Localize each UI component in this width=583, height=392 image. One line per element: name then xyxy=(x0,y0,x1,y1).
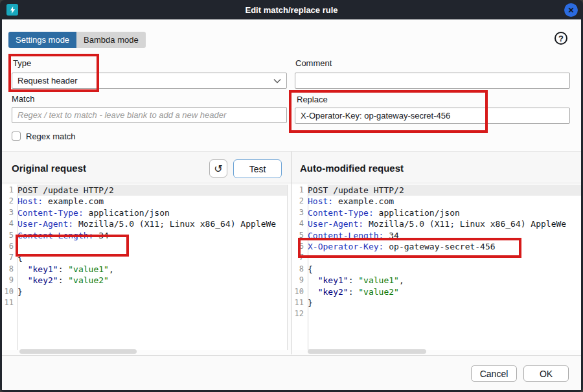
code-line: 4User-Agent: Mozilla/5.0 (X11; Linux x86… xyxy=(2,218,287,229)
code-text: Host: example.com xyxy=(17,196,287,207)
code-text: Content-Length: 34 xyxy=(17,230,287,241)
line-number: 5 xyxy=(2,230,17,241)
line-number: 6 xyxy=(2,241,17,252)
close-button[interactable]: ✕ xyxy=(564,3,578,17)
cancel-button[interactable]: Cancel xyxy=(471,365,517,382)
line-number: 7 xyxy=(292,252,308,263)
type-select[interactable]: Request header xyxy=(12,73,287,89)
ok-button[interactable]: OK xyxy=(523,365,569,382)
code-text: Content-Type: application/json xyxy=(308,207,581,218)
code-line: 6X-Operator-Key: op-gateway-secret-456 xyxy=(292,241,581,252)
code-text: } xyxy=(17,286,287,297)
code-line: 12 xyxy=(292,308,581,319)
regex-match-checkbox[interactable] xyxy=(12,132,21,141)
auto-modified-request-title: Auto-modified request xyxy=(300,163,404,174)
code-text: User-Agent: Mozilla/5.0 (X11; Linux x86_… xyxy=(17,218,287,229)
code-text: { xyxy=(308,264,581,275)
code-text: "key1": "value1", xyxy=(308,275,581,286)
line-number-separator xyxy=(308,185,308,350)
code-line: 5Content-Length: 34 xyxy=(2,230,287,241)
match-input[interactable] xyxy=(12,107,287,123)
dialog-title: Edit match/replace rule xyxy=(245,5,337,15)
replace-label: Replace xyxy=(297,95,328,104)
close-icon: ✕ xyxy=(567,6,574,15)
code-line: 11} xyxy=(292,297,581,308)
dialog-window: Edit match/replace rule ✕ Settings mode … xyxy=(0,0,583,392)
code-line: 7{ xyxy=(2,252,287,263)
line-number-separator xyxy=(17,185,18,350)
line-number: 11 xyxy=(2,297,17,308)
code-line: 11 xyxy=(2,297,287,308)
code-text xyxy=(17,241,287,252)
code-text: { xyxy=(17,252,287,263)
code-line: 9 "key1": "value1", xyxy=(292,275,581,286)
line-number: 1 xyxy=(2,185,17,196)
line-number: 9 xyxy=(292,275,308,286)
code-line: 3Content-Type: application/json xyxy=(2,207,287,218)
code-text: X-Operator-Key: op-gateway-secret-456 xyxy=(308,241,581,252)
code-line: 4User-Agent: Mozilla/5.0 (X11; Linux x86… xyxy=(292,218,581,229)
help-icon[interactable]: ? xyxy=(554,32,567,45)
line-number: 12 xyxy=(292,308,308,319)
code-line: 3Content-Type: application/json xyxy=(292,207,581,218)
code-line: 6 xyxy=(2,241,287,252)
editor-edge-line xyxy=(287,185,288,350)
line-number: 4 xyxy=(292,218,308,229)
mode-tabs: Settings mode Bambda mode xyxy=(8,32,146,48)
title-bar: Edit match/replace rule ✕ xyxy=(0,0,583,19)
comment-label: Comment xyxy=(295,58,332,68)
code-text: "key1": "value1", xyxy=(17,264,287,275)
line-number: 5 xyxy=(292,230,308,241)
code-text: Content-Length: 34 xyxy=(308,230,581,241)
code-line: 2Host: example.com xyxy=(292,196,581,207)
code-text: User-Agent: Mozilla/5.0 (X11; Linux x86_… xyxy=(308,218,581,229)
code-line: 7 xyxy=(292,252,581,263)
code-line: 10} xyxy=(2,286,287,297)
code-line: 10 "key2": "value2" xyxy=(292,286,581,297)
code-line: 8{ xyxy=(292,264,581,275)
line-number: 2 xyxy=(292,196,308,207)
line-number: 3 xyxy=(292,207,308,218)
code-line: 1POST /update HTTP/2 xyxy=(292,185,581,196)
regex-match-label: Regex match xyxy=(26,132,76,141)
revert-button[interactable]: ↺ xyxy=(209,159,227,178)
code-text: POST /update HTTP/2 xyxy=(308,185,581,196)
horizontal-scrollbar[interactable] xyxy=(19,349,137,354)
line-number: 6 xyxy=(292,241,308,252)
code-line: 2Host: example.com xyxy=(2,196,287,207)
line-number: 1 xyxy=(292,185,308,196)
line-number: 7 xyxy=(2,252,17,263)
code-text xyxy=(308,252,581,263)
chevron-down-icon xyxy=(273,78,281,84)
code-line: 5Content-Length: 34 xyxy=(292,230,581,241)
code-text xyxy=(17,297,287,308)
comment-input[interactable] xyxy=(295,73,570,89)
horizontal-scrollbar[interactable] xyxy=(308,349,426,354)
code-line: 9 "key2": "value2" xyxy=(2,275,287,286)
match-label: Match xyxy=(12,94,34,104)
type-label: Type xyxy=(13,58,31,68)
type-select-value: Request header xyxy=(17,76,78,86)
original-request-title: Original request xyxy=(12,163,86,174)
original-request-editor[interactable]: 1POST /update HTTP/22Host: example.com3C… xyxy=(2,185,287,350)
line-number: 8 xyxy=(292,264,308,275)
line-number: 11 xyxy=(292,297,308,308)
code-text: "key2": "value2" xyxy=(308,286,581,297)
code-text xyxy=(308,308,581,319)
line-number: 4 xyxy=(2,218,17,229)
code-text: "key2": "value2" xyxy=(17,275,287,286)
revert-icon: ↺ xyxy=(214,163,222,175)
code-text: } xyxy=(308,297,581,308)
replace-input[interactable] xyxy=(295,108,570,124)
line-number: 3 xyxy=(2,207,17,218)
line-number: 10 xyxy=(292,286,308,297)
line-number: 8 xyxy=(2,264,17,275)
tab-bambda-mode[interactable]: Bambda mode xyxy=(76,32,146,48)
code-line: 8 "key1": "value1", xyxy=(2,264,287,275)
line-number: 10 xyxy=(2,286,17,297)
line-number: 2 xyxy=(2,196,17,207)
tab-settings-mode[interactable]: Settings mode xyxy=(8,32,76,48)
code-text: Host: example.com xyxy=(308,196,581,207)
lightning-app-icon xyxy=(6,4,18,16)
test-button[interactable]: Test xyxy=(233,159,282,178)
